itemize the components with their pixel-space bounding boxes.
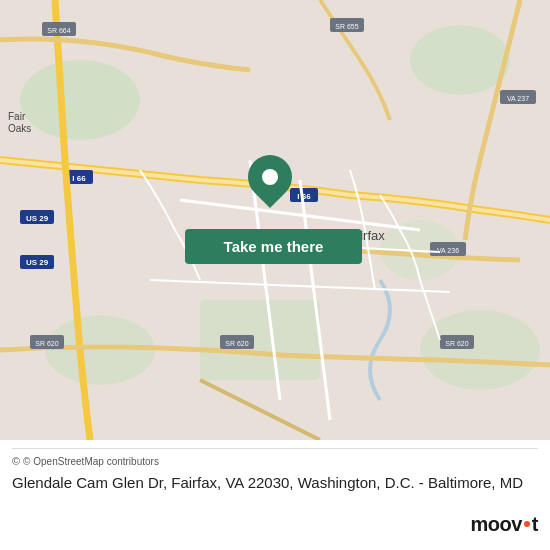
map-svg: I 66 I 66 US 29 US 29 SR 664 SR 655 VA 2…: [0, 0, 550, 440]
svg-text:SR 655: SR 655: [335, 23, 358, 30]
divider: [12, 448, 538, 449]
svg-rect-3: [200, 300, 320, 380]
moovit-logo: moov t: [470, 513, 538, 536]
svg-text:VA 236: VA 236: [437, 247, 459, 254]
address-text: Glendale Cam Glen Dr, Fairfax, VA 22030,…: [12, 473, 538, 546]
svg-text:SR 620: SR 620: [35, 340, 58, 347]
copyright-symbol: ©: [12, 455, 20, 467]
svg-text:I 66: I 66: [72, 174, 86, 183]
info-bar: © © OpenStreetMap contributors Glendale …: [0, 440, 550, 550]
svg-text:US 29: US 29: [26, 258, 49, 267]
pin-outer: [239, 146, 301, 208]
address-value: Glendale Cam Glen Dr, Fairfax, VA 22030,…: [12, 474, 523, 491]
moovit-dot: [524, 521, 530, 527]
pin-inner: [262, 169, 278, 185]
svg-text:VA 237: VA 237: [507, 95, 529, 102]
moovit-text: moov: [470, 513, 521, 536]
svg-point-5: [420, 310, 540, 390]
osm-credit-text: © OpenStreetMap contributors: [23, 456, 159, 467]
svg-text:SR 664: SR 664: [47, 27, 70, 34]
osm-credit: © © OpenStreetMap contributors: [12, 455, 538, 467]
svg-text:Fair: Fair: [8, 111, 26, 122]
svg-text:US 29: US 29: [26, 214, 49, 223]
map-container: I 66 I 66 US 29 US 29 SR 664 SR 655 VA 2…: [0, 0, 550, 440]
svg-text:I 66: I 66: [297, 192, 311, 201]
take-me-there-button[interactable]: Take me there: [185, 229, 362, 264]
svg-text:SR 620: SR 620: [225, 340, 248, 347]
svg-point-2: [410, 25, 510, 95]
svg-point-1: [20, 60, 140, 140]
moovit-text-2: t: [532, 513, 538, 536]
svg-point-4: [45, 315, 155, 385]
svg-text:Oaks: Oaks: [8, 123, 31, 134]
svg-text:SR 620: SR 620: [445, 340, 468, 347]
map-pin: [248, 155, 292, 199]
